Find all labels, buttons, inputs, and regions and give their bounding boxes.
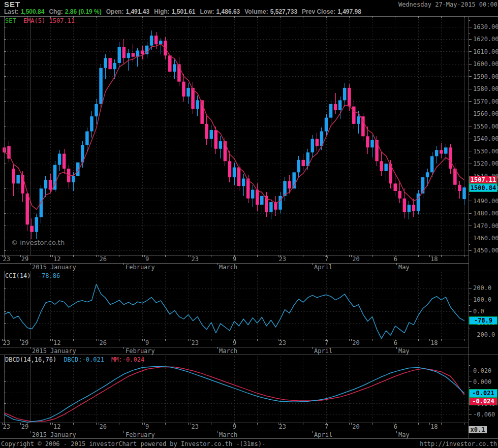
- cci-name: CCI(14): [5, 272, 31, 279]
- stat-value: 2.86 (0.19 %): [65, 8, 102, 15]
- svg-text:April: April: [314, 431, 332, 438]
- svg-text:18: 18: [430, 339, 438, 346]
- copyright-text: Copyright © 2006 - 2015 investorChart po…: [1, 440, 265, 447]
- svg-text:23: 23: [192, 255, 199, 263]
- svg-text:23: 23: [192, 423, 199, 430]
- stat-pair: Low:1,486.63: [200, 8, 240, 15]
- svg-text:100.0: 100.0: [473, 296, 491, 303]
- stat-label: Chg:: [49, 8, 63, 15]
- svg-text:-200.0: -200.0: [473, 331, 495, 338]
- svg-text:23: 23: [3, 423, 10, 430]
- svg-text:20: 20: [352, 339, 359, 346]
- site-url: http://investor.co.th: [420, 440, 497, 447]
- svg-text:12: 12: [53, 339, 60, 346]
- stat-label: Last:: [4, 8, 19, 15]
- svg-text:29: 29: [21, 339, 28, 346]
- stat-value: 1,500.84: [21, 8, 45, 15]
- svg-text:7: 7: [325, 255, 328, 263]
- svg-text:1620.00: 1620.00: [473, 36, 498, 43]
- svg-text:26: 26: [100, 255, 107, 263]
- footer: Copyright © 2006 - 2015 investorChart po…: [0, 439, 498, 448]
- svg-text:1450.00: 1450.00: [473, 247, 498, 254]
- svg-text:200.0: 200.0: [473, 284, 491, 292]
- svg-text:1590.00: 1590.00: [473, 73, 498, 80]
- svg-text:1470.00: 1470.00: [473, 222, 498, 230]
- svg-text:March: March: [219, 347, 237, 355]
- svg-text:1540.00: 1540.00: [473, 135, 498, 142]
- svg-text:7: 7: [325, 339, 328, 346]
- stat-value: 1,486.63: [216, 8, 240, 15]
- svg-text:18: 18: [430, 255, 438, 263]
- legend-ema: EMA(5) 1507.11: [23, 17, 75, 24]
- svg-text:9: 9: [233, 255, 236, 263]
- stat-label: Prev Close:: [302, 8, 335, 15]
- svg-text:9: 9: [145, 339, 149, 346]
- svg-text:April: April: [314, 264, 332, 271]
- svg-text:9: 9: [145, 255, 149, 263]
- stat-value: 1,491.43: [126, 8, 149, 15]
- quote-stats: Last:1,500.84Chg:2.86 (0.19 %)Open:1,491…: [4, 8, 366, 16]
- svg-text:9: 9: [145, 423, 149, 430]
- svg-text:12: 12: [53, 423, 60, 430]
- stat-pair: Volume:5,527,733: [244, 8, 297, 15]
- cci-value: -78.86: [38, 272, 60, 279]
- svg-text:1560.00: 1560.00: [473, 110, 498, 117]
- stat-pair: Open:1,491.43: [106, 8, 149, 15]
- svg-text:23: 23: [279, 255, 286, 263]
- svg-text:26: 26: [100, 423, 107, 430]
- cci-legend: CCI(14) -78.86: [5, 272, 64, 279]
- svg-text:20: 20: [352, 423, 359, 430]
- svg-text:6: 6: [394, 339, 397, 346]
- stat-pair: Prev Close:1,497.98: [302, 8, 361, 15]
- svg-text:1570.00: 1570.00: [473, 98, 498, 105]
- svg-text:1520.00: 1520.00: [473, 160, 498, 167]
- svg-text:6: 6: [394, 255, 397, 263]
- dbcd-value-badge: -0.021: [469, 389, 497, 397]
- svg-text:2015 January: 2015 January: [32, 264, 76, 271]
- mm-value: MM:-0.024: [111, 356, 144, 363]
- svg-text:2015 January: 2015 January: [32, 347, 76, 355]
- svg-text:1480.00: 1480.00: [473, 210, 498, 217]
- svg-text:February: February: [126, 431, 155, 438]
- ema-price-badge: 1507.11: [469, 176, 497, 184]
- svg-text:9: 9: [233, 339, 236, 346]
- svg-text:April: April: [314, 347, 332, 355]
- svg-text:0.000: 0.000: [473, 378, 491, 386]
- dbcd-name: DBCD(14,16,76): [5, 356, 56, 363]
- svg-text:May: May: [398, 431, 410, 438]
- svg-text:6: 6: [394, 423, 397, 430]
- watermark: © investor.co.th: [11, 239, 65, 246]
- svg-text:9: 9: [233, 423, 236, 430]
- mm-value-badge: -0.024: [469, 397, 497, 405]
- stat-label: Low:: [200, 8, 214, 15]
- charts-canvas[interactable]: 1450.001460.001470.001480.001490.001500.…: [0, 0, 498, 448]
- svg-text:23: 23: [279, 423, 286, 430]
- datetime-label: Wednesday 27-May-2015 00:00: [398, 1, 497, 8]
- main-chart-legend: SET EMA(5) 1507.11: [5, 17, 78, 24]
- svg-text:1460.00: 1460.00: [473, 235, 498, 242]
- svg-text:2015 January: 2015 January: [32, 431, 76, 438]
- svg-text:1600.00: 1600.00: [473, 60, 498, 68]
- svg-text:March: March: [219, 431, 237, 438]
- svg-text:0.0: 0.0: [473, 308, 484, 315]
- svg-text:20: 20: [352, 255, 359, 263]
- svg-text:18: 18: [430, 423, 438, 430]
- scale-multiplier-badge: x0.1: [469, 426, 487, 433]
- title-bar: SET Wednesday 27-May-2015 00:00: [4, 0, 498, 8]
- svg-text:29: 29: [21, 423, 28, 430]
- last-price-badge: 1500.84: [469, 184, 497, 192]
- svg-text:23: 23: [192, 339, 199, 346]
- svg-text:7: 7: [325, 423, 328, 430]
- svg-text:February: February: [126, 347, 155, 355]
- stat-label: High:: [154, 8, 170, 15]
- svg-text:1580.00: 1580.00: [473, 85, 498, 92]
- dbcd-value: DBCD:-0.021: [64, 356, 104, 363]
- svg-text:23: 23: [279, 339, 286, 346]
- svg-text:May: May: [398, 264, 410, 271]
- stat-pair: Last:1,500.84: [4, 8, 44, 15]
- legend-symbol: SET: [5, 17, 16, 24]
- svg-text:26: 26: [100, 339, 107, 346]
- svg-text:February: February: [126, 264, 155, 271]
- stat-label: Open:: [106, 8, 124, 15]
- svg-text:March: March: [219, 264, 237, 271]
